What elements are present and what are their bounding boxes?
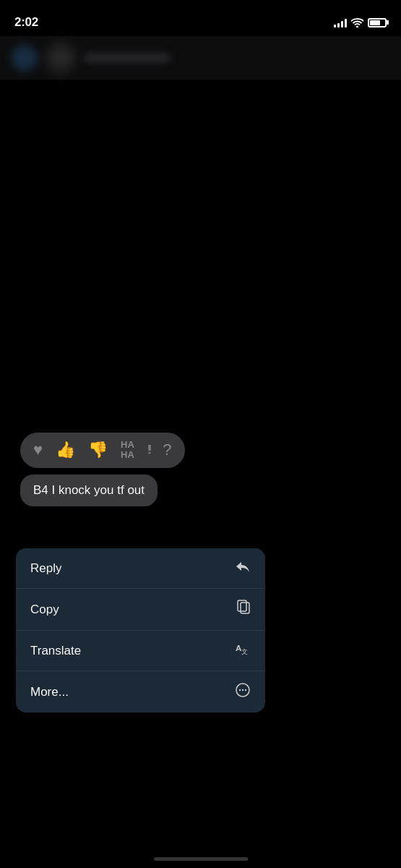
status-time: 2:02 bbox=[14, 15, 38, 30]
reaction-haha[interactable]: HAHA bbox=[121, 440, 134, 461]
reply-icon bbox=[235, 559, 251, 577]
context-menu-copy[interactable]: Copy bbox=[16, 589, 265, 631]
more-icon bbox=[235, 682, 251, 702]
svg-point-6 bbox=[242, 689, 243, 691]
status-bar: 2:02 bbox=[0, 0, 401, 36]
reaction-bar: ♥ 👍 👎 HAHA !! ? bbox=[20, 433, 185, 468]
selected-message-bubble: B4 I knock you tf out bbox=[20, 475, 158, 506]
context-menu-more[interactable]: More... bbox=[16, 671, 265, 712]
context-menu-translate[interactable]: Translate A 文 bbox=[16, 631, 265, 671]
wifi-icon bbox=[351, 18, 363, 27]
copy-icon bbox=[236, 600, 251, 619]
more-label: More... bbox=[30, 685, 69, 699]
status-icons bbox=[334, 18, 387, 27]
context-menu-reply[interactable]: Reply bbox=[16, 548, 265, 589]
selected-message-text: B4 I knock you tf out bbox=[33, 483, 145, 497]
reaction-question[interactable]: ? bbox=[163, 441, 171, 459]
copy-label: Copy bbox=[30, 603, 59, 617]
reaction-thumbsup[interactable]: 👍 bbox=[56, 441, 75, 459]
svg-point-7 bbox=[245, 689, 246, 691]
reaction-exclaim[interactable]: !! bbox=[147, 443, 150, 457]
svg-point-5 bbox=[239, 689, 241, 691]
translate-label: Translate bbox=[30, 644, 81, 658]
translate-icon: A 文 bbox=[235, 642, 251, 660]
svg-text:文: 文 bbox=[241, 648, 248, 655]
signal-icon bbox=[334, 18, 347, 27]
context-menu: Reply Copy Translate A 文 More... bbox=[16, 548, 265, 712]
reaction-thumbsdown[interactable]: 👎 bbox=[88, 441, 108, 459]
battery-icon bbox=[368, 18, 387, 27]
reaction-heart[interactable]: ♥ bbox=[33, 441, 43, 459]
reply-label: Reply bbox=[30, 561, 61, 576]
